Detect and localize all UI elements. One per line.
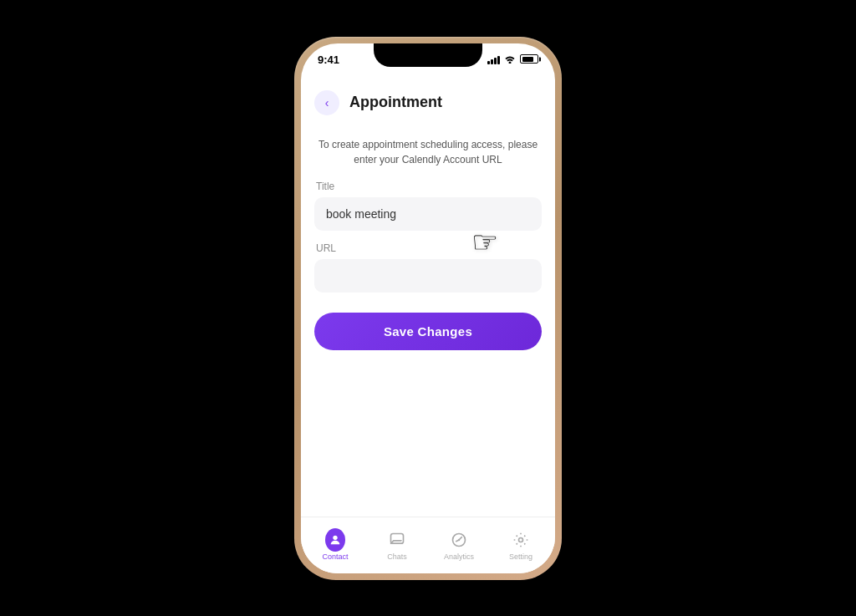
back-button[interactable]: ‹ <box>314 90 339 115</box>
nav-item-chats[interactable]: Chats <box>366 530 428 561</box>
setting-icon <box>511 530 531 550</box>
screen-content: ‹ Appointment To create appointment sche… <box>301 80 555 573</box>
svg-point-3 <box>458 538 461 541</box>
contact-nav-label: Contact <box>322 552 348 561</box>
contact-icon <box>325 530 345 550</box>
svg-point-0 <box>333 535 337 539</box>
main-content: To create appointment scheduling access,… <box>301 124 555 517</box>
title-field-label: Title <box>316 181 542 192</box>
svg-point-4 <box>519 537 523 542</box>
chats-nav-label: Chats <box>387 552 407 561</box>
notch <box>374 43 482 67</box>
url-field-label: URL <box>316 242 542 254</box>
nav-item-contact[interactable]: Contact <box>304 530 366 561</box>
battery-icon <box>520 54 538 64</box>
page-title: Appointment <box>349 94 442 111</box>
setting-nav-label: Setting <box>509 552 532 561</box>
url-input[interactable] <box>314 259 542 293</box>
bottom-nav: Contact Chats <box>301 517 555 573</box>
wifi-icon <box>504 53 516 65</box>
nav-item-setting[interactable]: Setting <box>490 530 552 561</box>
back-chevron-icon: ‹ <box>325 97 329 109</box>
analytics-nav-label: Analytics <box>444 552 474 561</box>
save-changes-button[interactable]: Save Changes <box>314 313 542 350</box>
analytics-icon <box>449 530 469 550</box>
status-time: 9:41 <box>318 53 339 66</box>
page-header: ‹ Appointment <box>301 80 555 124</box>
phone-frame: 9:41 <box>294 37 562 580</box>
status-icons <box>487 53 538 65</box>
chats-icon <box>387 530 407 550</box>
title-input[interactable] <box>314 197 542 231</box>
description-text: To create appointment scheduling access,… <box>314 137 542 167</box>
nav-item-analytics[interactable]: Analytics <box>428 530 490 561</box>
phone-screen: 9:41 <box>301 43 555 573</box>
signal-icon <box>487 54 500 64</box>
